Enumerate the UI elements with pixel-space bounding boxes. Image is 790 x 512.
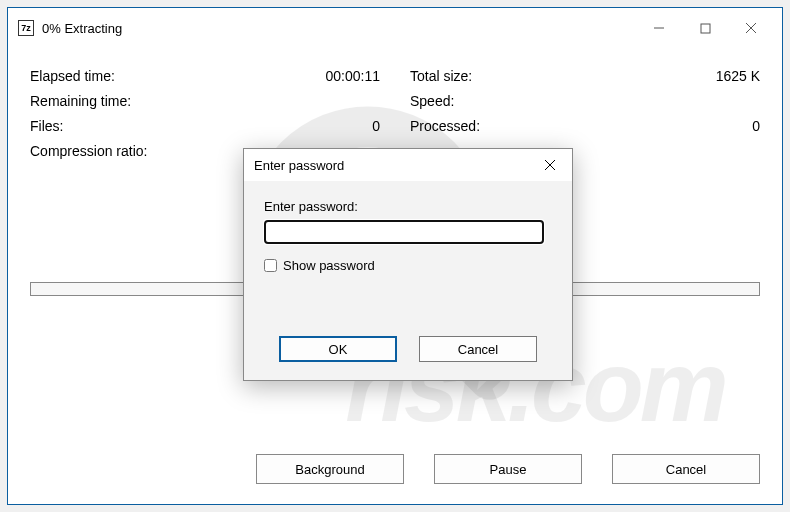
- titlebar: 7z 0% Extracting: [8, 8, 782, 48]
- dialog-cancel-button[interactable]: Cancel: [419, 336, 537, 362]
- cancel-button[interactable]: Cancel: [612, 454, 760, 484]
- window-controls: [636, 13, 774, 43]
- show-password-checkbox[interactable]: [264, 259, 277, 272]
- elapsed-time-value: 00:00:11: [300, 68, 380, 84]
- remaining-time-label: Remaining time:: [30, 93, 300, 109]
- dialog-ok-button[interactable]: OK: [279, 336, 397, 362]
- elapsed-time-label: Elapsed time:: [30, 68, 300, 84]
- files-label: Files:: [30, 118, 300, 134]
- total-size-value: 1625 K: [680, 68, 760, 84]
- background-button[interactable]: Background: [256, 454, 404, 484]
- show-password-row: Show password: [264, 258, 552, 273]
- password-field-label: Enter password:: [264, 199, 552, 214]
- dialog-close-button[interactable]: [528, 150, 572, 180]
- dialog-titlebar: Enter password: [244, 149, 572, 181]
- password-input[interactable]: [264, 220, 544, 244]
- processed-label: Processed:: [410, 118, 680, 134]
- close-button[interactable]: [728, 13, 774, 43]
- minimize-button[interactable]: [636, 13, 682, 43]
- processed-value: 0: [680, 118, 760, 134]
- files-value: 0: [300, 118, 380, 134]
- show-password-label: Show password: [283, 258, 375, 273]
- total-size-label: Total size:: [410, 68, 680, 84]
- app-icon: 7z: [18, 20, 34, 36]
- dialog-button-row: OK Cancel: [244, 336, 572, 362]
- dialog-body: Enter password: Show password: [244, 181, 572, 273]
- speed-label: Speed:: [410, 93, 680, 109]
- main-window: risk.com 7z 0% Extracting Elapsed time: …: [7, 7, 783, 505]
- pause-button[interactable]: Pause: [434, 454, 582, 484]
- maximize-button[interactable]: [682, 13, 728, 43]
- password-dialog: Enter password Enter password: Show pass…: [243, 148, 573, 381]
- dialog-title: Enter password: [254, 158, 528, 173]
- svg-rect-4: [701, 24, 710, 33]
- window-title: 0% Extracting: [42, 21, 636, 36]
- bottom-button-row: Background Pause Cancel: [256, 454, 760, 484]
